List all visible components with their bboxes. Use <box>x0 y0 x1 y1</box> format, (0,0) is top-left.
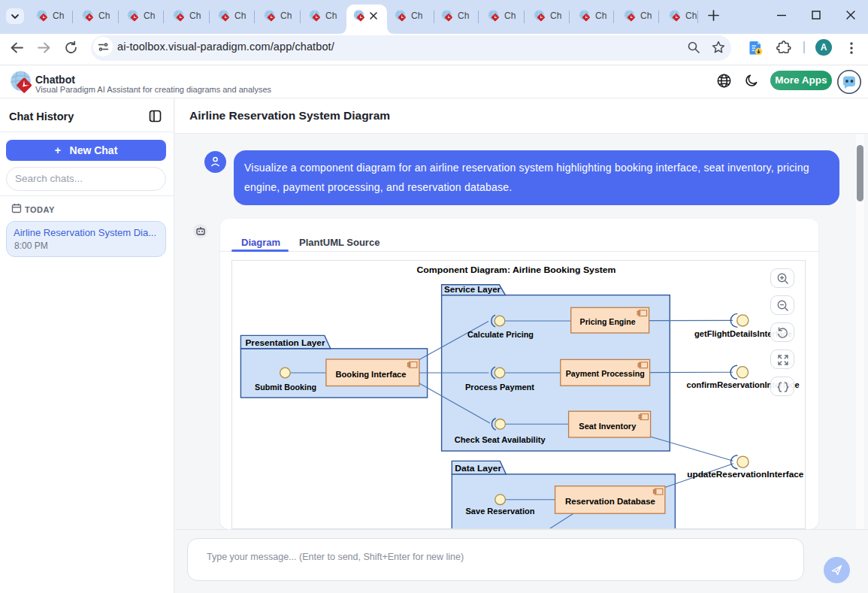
svg-text:Save Reservation: Save Reservation <box>466 507 535 516</box>
svg-text:Pricing Engine: Pricing Engine <box>580 317 636 326</box>
svg-text:Submit Booking: Submit Booking <box>255 383 316 392</box>
svg-text:Calculate Pricing: Calculate Pricing <box>467 330 534 339</box>
svg-text:updateReservationInterface: updateReservationInterface <box>687 470 803 479</box>
svg-text:Presentation Layer: Presentation Layer <box>246 338 326 347</box>
svg-text:Check Seat Availability: Check Seat Availability <box>455 435 546 444</box>
svg-text:Reservation Database: Reservation Database <box>565 497 655 506</box>
svg-text:Component Diagram: Airline Boo: Component Diagram: Airline Booking Syste… <box>417 265 616 274</box>
svg-text:Process Payment: Process Payment <box>465 383 535 392</box>
svg-text:Booking Interface: Booking Interface <box>336 370 407 379</box>
svg-text:Data Layer: Data Layer <box>455 464 502 473</box>
svg-text:Seat Inventory: Seat Inventory <box>579 422 636 431</box>
svg-text:Payment Processing: Payment Processing <box>566 369 645 378</box>
svg-text:Service Layer: Service Layer <box>444 285 501 294</box>
